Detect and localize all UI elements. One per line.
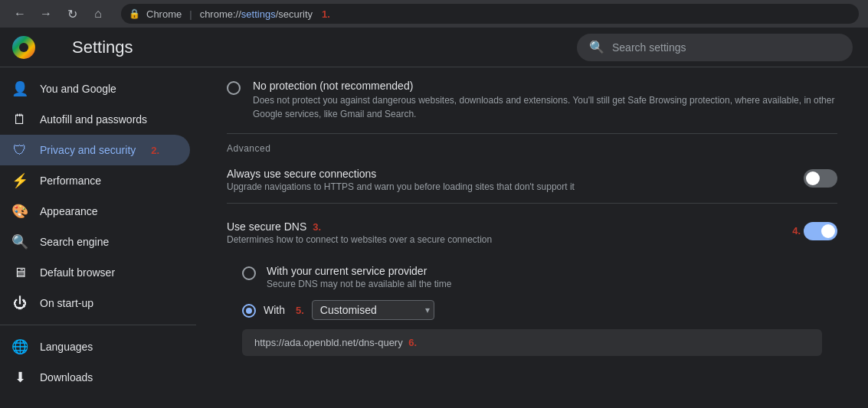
sidebar-item-appearance[interactable]: 🎨 Appearance [0, 196, 190, 227]
dns-url-box: https://ada.openbld.net/dns-query 6. [242, 329, 822, 356]
title-bar: ← → ↻ ⌂ 🔒 Chrome | chrome://settings/sec… [0, 0, 868, 28]
address-url-path: settings [241, 8, 276, 20]
dns-dropdown-wrapper: Customised Google (8.8.8.8) Cloudflare (… [312, 300, 434, 320]
languages-icon: 🌐 [12, 339, 28, 354]
appearance-icon: 🎨 [12, 204, 28, 219]
address-separator: | [189, 8, 192, 20]
annotation-4: 4. [792, 225, 801, 237]
chrome-logo-inner [19, 43, 28, 52]
sidebar-item-performance[interactable]: ⚡ Performance [0, 165, 190, 196]
default-browser-icon: 🖥 [12, 265, 28, 280]
sidebar-item-downloads[interactable]: ⬇ Downloads [0, 362, 190, 393]
secure-dns-text: Use secure DNS 3. Determines how to conn… [227, 220, 777, 245]
address-security-icon: 🔒 [129, 8, 140, 19]
sidebar-label-privacy: Privacy and security [40, 144, 136, 156]
dns-current-text: With your current service provider Secur… [267, 265, 822, 289]
sidebar-label-languages: Languages [40, 341, 93, 353]
address-bar[interactable]: 🔒 Chrome | chrome://settings/security 1. [121, 4, 859, 24]
sidebar: 👤 You and Google 🗒 Autofill and password… [0, 67, 196, 408]
sidebar-label-on-startup: On start-up [40, 297, 93, 309]
dns-with-row: With 5. Customised Google (8.8.8.8) Clou… [227, 295, 837, 325]
sidebar-label-search-engine: Search engine [40, 236, 109, 248]
secure-dns-title: Use secure DNS 3. [227, 220, 777, 233]
sidebar-label-downloads: Downloads [40, 371, 93, 384]
address-url-prefix: chrome:// [200, 8, 241, 20]
home-button[interactable]: ⌂ [87, 3, 109, 24]
always-https-text: Always use secure connections Upgrade na… [227, 168, 791, 192]
dns-current-radio[interactable] [242, 266, 256, 280]
privacy-icon: 🛡 [12, 142, 28, 158]
dns-dropdown[interactable]: Customised Google (8.8.8.8) Cloudflare (… [312, 300, 434, 320]
sidebar-item-privacy-security[interactable]: 🛡 Privacy and security 2. [0, 135, 190, 165]
sidebar-label-autofill: Autofill and passwords [40, 113, 147, 126]
secure-dns-row: Use secure DNS 3. Determines how to conn… [227, 213, 837, 253]
address-url-suffix: /security [276, 8, 313, 20]
search-input[interactable] [612, 41, 840, 54]
annotation-1: 1. [322, 8, 330, 20]
sidebar-item-on-startup[interactable]: ⏻ On start-up [0, 288, 190, 318]
sidebar-label-default-browser: Default browser [40, 266, 115, 279]
content-area: No protection (not recommended) Does not… [196, 67, 868, 408]
header-bar: Settings 🔍 [0, 28, 868, 67]
sidebar-item-search-engine[interactable]: 🔍 Search engine [0, 227, 190, 257]
sidebar-item-default-browser[interactable]: 🖥 Default browser [0, 257, 190, 288]
address-url: chrome://settings/security [200, 8, 313, 20]
advanced-label: Advanced [227, 134, 837, 157]
search-engine-icon: 🔍 [12, 234, 28, 250]
dns-with-label: With [264, 304, 285, 316]
no-protection-option: No protection (not recommended) Does not… [227, 67, 837, 134]
search-box[interactable]: 🔍 [577, 34, 853, 61]
dns-options: With your current service provider Secur… [227, 259, 837, 356]
refresh-button[interactable]: ↻ [61, 3, 83, 24]
secure-dns-desc: Determines how to connect to websites ov… [227, 234, 777, 245]
dns-url-text: https://ada.openbld.net/dns-query [254, 337, 403, 348]
secure-dns-section: Use secure DNS 3. Determines how to conn… [227, 204, 837, 370]
chrome-logo [12, 36, 35, 59]
sidebar-item-you-and-google[interactable]: 👤 You and Google [0, 73, 190, 104]
back-button[interactable]: ← [9, 3, 31, 24]
always-https-toggle[interactable] [804, 169, 837, 188]
downloads-icon: ⬇ [12, 370, 28, 385]
no-protection-radio[interactable] [227, 81, 241, 95]
always-https-desc: Upgrade navigations to HTTPS and warn yo… [227, 181, 791, 192]
settings-title: Settings [72, 38, 133, 57]
main-container: 👤 You and Google 🗒 Autofill and password… [0, 67, 868, 408]
secure-dns-title-text: Use secure DNS [227, 220, 306, 233]
secure-dns-toggle[interactable] [804, 222, 837, 240]
annotation-3: 3. [313, 221, 321, 233]
always-https-title: Always use secure connections [227, 168, 791, 180]
dns-option-current: With your current service provider Secur… [227, 259, 837, 295]
forward-button[interactable]: → [35, 3, 57, 24]
no-protection-desc: Does not protect you against dangerous w… [253, 93, 837, 121]
no-protection-text: No protection (not recommended) Does not… [253, 80, 837, 121]
sidebar-item-languages[interactable]: 🌐 Languages [0, 331, 190, 362]
no-protection-title: No protection (not recommended) [253, 80, 837, 92]
address-chrome-label: Chrome [146, 8, 182, 20]
nav-controls: ← → ↻ ⌂ [9, 3, 109, 24]
sidebar-label-you-and-google: You and Google [40, 83, 116, 95]
you-and-google-icon: 👤 [12, 81, 28, 96]
sidebar-label-performance: Performance [40, 175, 101, 187]
dns-custom-radio[interactable] [242, 304, 256, 318]
annotation-5: 5. [296, 305, 304, 316]
on-startup-icon: ⏻ [12, 295, 28, 311]
dns-current-title: With your current service provider [267, 265, 822, 277]
search-icon: 🔍 [589, 40, 604, 54]
performance-icon: ⚡ [12, 173, 28, 188]
autofill-icon: 🗒 [12, 112, 28, 127]
annotation-6: 6. [408, 337, 417, 348]
sidebar-divider [0, 325, 196, 325]
always-https-row: Always use secure connections Upgrade na… [227, 157, 837, 204]
sidebar-item-autofill[interactable]: 🗒 Autofill and passwords [0, 104, 190, 135]
sidebar-label-appearance: Appearance [40, 205, 98, 217]
dns-current-desc: Secure DNS may not be available all the … [267, 279, 822, 289]
annotation-2: 2. [151, 145, 159, 156]
